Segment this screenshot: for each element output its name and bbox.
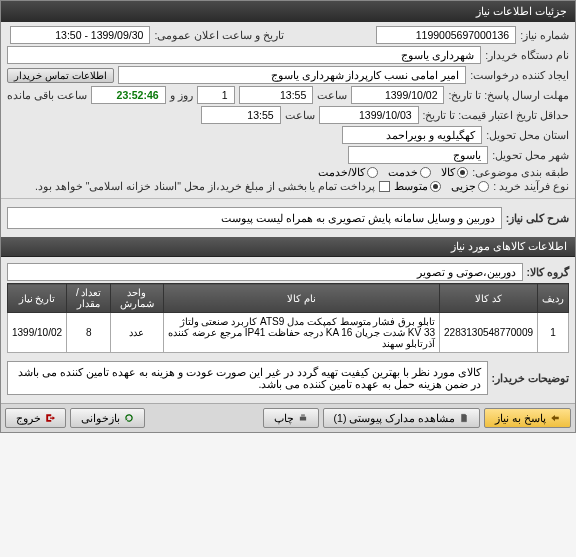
buyer-notes-label: توضیحات خریدار: (492, 372, 569, 384)
footer-bar: پاسخ به نیاز مشاهده مدارک پیوستی (1) چاپ… (1, 403, 575, 432)
table-row[interactable]: 1 2283130548770009 تابلو برق فشار متوسط … (8, 313, 569, 353)
category-radio-group: کالا خدمت کالا/خدمت (318, 166, 468, 178)
th-name: نام کالا (163, 284, 439, 313)
radio-goods-service[interactable]: کالا/خدمت (318, 166, 378, 178)
refresh-icon (124, 413, 134, 423)
refresh-button[interactable]: بازخوانی (70, 408, 145, 428)
cell-qty: 8 (67, 313, 111, 353)
radio-goods[interactable]: کالا (441, 166, 468, 178)
header-form: شماره نیاز: 1199005697000136 تاریخ و ساع… (1, 22, 575, 198)
delivery-state-label: استان محل تحویل: (486, 129, 569, 141)
th-qty: تعداد / مقدار (67, 284, 111, 313)
creator-label: ایجاد کننده درخواست: (470, 69, 569, 81)
delivery-city-field: یاسوج (348, 146, 488, 164)
min-valid-time-field: 13:55 (201, 106, 281, 124)
announce-field: 1399/09/30 - 13:50 (10, 26, 150, 44)
attachment-icon (459, 413, 469, 423)
process-type-label: نوع فرآیند خرید : (493, 180, 569, 192)
goods-table: ردیف کد کالا نام کالا واحد شمارش تعداد /… (7, 283, 569, 353)
min-valid-time-label: ساعت (285, 109, 315, 121)
buyer-device-field: شهرداری یاسوج (7, 46, 481, 64)
print-button[interactable]: چاپ (263, 408, 319, 428)
remain-days-field: 1 (197, 86, 235, 104)
need-desc-text: دوربین و وسایل سامانه پایش تصویری به همر… (7, 207, 502, 229)
need-no-field: 1199005697000136 (376, 26, 516, 44)
main-window: جزئیات اطلاعات نیاز شماره نیاز: 11990056… (0, 0, 576, 433)
remain-time-field: 23:52:46 (91, 86, 166, 104)
attachments-button[interactable]: مشاهده مدارک پیوستی (1) (323, 408, 481, 428)
cell-need-date: 1399/10/02 (8, 313, 67, 353)
cell-name: تابلو برق فشار متوسط کمپکت مدل ATS9 کارب… (163, 313, 439, 353)
process-radio-group: جزیی متوسط (394, 180, 489, 192)
category-label: طبقه بندی موضوعی: (472, 166, 569, 178)
table-header-row: ردیف کد کالا نام کالا واحد شمارش تعداد /… (8, 284, 569, 313)
reply-button[interactable]: پاسخ به نیاز (484, 408, 571, 428)
deadline-date-field: 1399/10/02 (351, 86, 444, 104)
th-code: کد کالا (440, 284, 538, 313)
goods-area: گروه کالا: دوربین،صوتی و تصویر ردیف کد ک… (1, 257, 575, 403)
creator-field: امیر امامی نسب کارپرداز شهرداری یاسوج (118, 66, 467, 84)
buyer-device-label: نام دستگاه خریدار: (485, 49, 569, 61)
radio-icon (420, 167, 431, 178)
radio-icon (478, 181, 489, 192)
radio-icon (430, 181, 441, 192)
deadline-label: مهلت ارسال پاسخ: تا تاریخ: (448, 89, 569, 101)
radio-small[interactable]: جزیی (451, 180, 489, 192)
goods-group-field: دوربین،صوتی و تصویر (7, 263, 523, 281)
need-desc-label: شرح کلی نیاز: (506, 212, 569, 224)
need-no-label: شماره نیاز: (520, 29, 569, 41)
window-title: جزئیات اطلاعات نیاز (476, 5, 567, 17)
need-desc-area: شرح کلی نیاز: دوربین و وسایل سامانه پایش… (1, 198, 575, 237)
delivery-state-field: کهگیلویه و بویراحمد (342, 126, 482, 144)
announce-label: تاریخ و ساعت اعلان عمومی: (154, 29, 284, 41)
cell-row: 1 (538, 313, 569, 353)
buyer-notes-text: کالای مورد نظر با بهترین کیفیت تهیه گردد… (7, 361, 488, 395)
radio-medium[interactable]: متوسط (394, 180, 441, 192)
window-titlebar: جزئیات اطلاعات نیاز (1, 1, 575, 22)
min-valid-label: حداقل تاریخ اعتبار قیمت: تا تاریخ: (423, 109, 569, 121)
reply-icon (550, 413, 560, 423)
radio-icon (367, 167, 378, 178)
goods-group-label: گروه کالا: (527, 266, 569, 278)
deadline-time-field: 13:55 (239, 86, 314, 104)
exit-button[interactable]: خروج (5, 408, 66, 428)
cell-code: 2283130548770009 (440, 313, 538, 353)
cell-unit: عدد (111, 313, 163, 353)
deadline-time-label: ساعت (317, 89, 347, 101)
radio-service[interactable]: خدمت (388, 166, 431, 178)
svg-rect-0 (299, 417, 305, 421)
goods-section-header: اطلاعات کالاهای مورد نیاز (1, 237, 575, 257)
remain-suffix: ساعت باقی مانده (7, 89, 87, 101)
pay-note: پرداخت تمام یا بخشی از مبلغ خرید،از محل … (35, 180, 375, 192)
contact-buyer-button[interactable]: اطلاعات تماس خریدار (7, 68, 114, 83)
th-row: ردیف (538, 284, 569, 313)
delivery-city-label: شهر محل تحویل: (492, 149, 569, 161)
exit-icon (45, 413, 55, 423)
treasury-checkbox[interactable] (379, 181, 390, 192)
print-icon (298, 413, 308, 423)
min-valid-date-field: 1399/10/03 (319, 106, 419, 124)
radio-icon (457, 167, 468, 178)
svg-rect-1 (301, 414, 305, 417)
th-unit: واحد شمارش (111, 284, 163, 313)
th-need-date: تاریخ نیاز (8, 284, 67, 313)
remain-days-label: روز و (170, 89, 193, 101)
